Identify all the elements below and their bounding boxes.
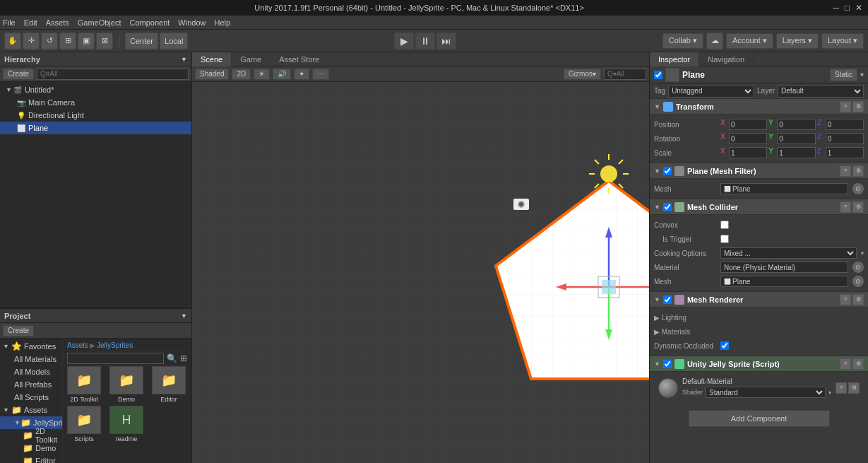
2dtoolkit-folder[interactable]: 📁 2D Toolkit	[0, 429, 62, 442]
rect-tool-button[interactable]: ▣	[78, 33, 95, 49]
breadcrumb-assets[interactable]: Assets	[67, 341, 88, 349]
convex-checkbox[interactable]	[720, 221, 729, 229]
mesh-filter-header[interactable]: ▼ Plane (Mesh Filter) ? ⚙	[650, 163, 868, 179]
rot-y-input[interactable]: 0	[777, 133, 815, 144]
scale-z-input[interactable]: 1	[826, 147, 864, 158]
audio-button[interactable]: 🔊	[273, 69, 291, 80]
mesh-renderer-gear-icon[interactable]: ⚙	[852, 294, 864, 305]
mesh-collider-header[interactable]: ▼ Mesh Collider ? ⚙	[650, 199, 868, 215]
file-2dtoolkit[interactable]: 📁 2D Toolkit	[64, 366, 104, 403]
lighting-row[interactable]: ▶ Lighting	[654, 310, 864, 324]
game-tab[interactable]: Game	[232, 52, 270, 66]
project-create-button[interactable]: Create	[3, 325, 34, 336]
assets-group[interactable]: ▼ 📁 Assets	[0, 404, 62, 416]
all-prefabs[interactable]: All Prefabs	[0, 378, 62, 391]
layers-button[interactable]: Layers ▾	[776, 33, 819, 49]
window-controls[interactable]: ─ □ ✕	[833, 3, 862, 13]
mat-gear-icon[interactable]: ⚙	[848, 382, 860, 394]
collider-material-ref[interactable]: None (Physic Material)	[720, 262, 848, 273]
navigation-tab[interactable]: Navigation	[699, 52, 754, 66]
hierarchy-collapse[interactable]: ▼	[181, 56, 187, 63]
file-editor[interactable]: 📁 Editor	[149, 366, 189, 403]
cooking-select[interactable]: Mixed ...	[720, 247, 857, 259]
object-active-checkbox[interactable]	[654, 71, 662, 79]
collab-icon-button[interactable]: ☁	[706, 33, 723, 49]
close-button[interactable]: ✕	[855, 3, 862, 13]
sort-icon[interactable]: ⊞	[180, 353, 187, 363]
menu-gameobject[interactable]: GameObject	[78, 18, 121, 27]
account-button[interactable]: Account ▾	[726, 33, 773, 49]
collider-material-picker[interactable]: ⊙	[852, 262, 864, 273]
shaded-button[interactable]: Shaded	[195, 69, 229, 80]
hier-light[interactable]: 💡 Directional Light	[0, 109, 191, 122]
all-models[interactable]: All Models	[0, 365, 62, 378]
pos-z-input[interactable]: 0	[826, 119, 864, 130]
mesh-renderer-header[interactable]: ▼ Mesh Renderer ? ⚙	[650, 292, 868, 307]
pos-x-input[interactable]: 0	[729, 119, 767, 130]
effects-button[interactable]: ✦	[294, 69, 309, 80]
collab-button[interactable]: Collab ▾	[662, 33, 703, 49]
file-readme[interactable]: H readme	[107, 406, 146, 443]
hier-camera[interactable]: 📷 Main Camera	[0, 96, 191, 109]
mesh-filter-mesh-ref[interactable]: ⬜ Plane	[720, 183, 848, 194]
collider-mesh-picker[interactable]: ⊙	[852, 276, 864, 287]
transform-gear-icon[interactable]: ⚙	[852, 101, 864, 112]
jelly-sprite-gear-icon[interactable]: ⚙	[852, 358, 864, 370]
jelly-sprite-header[interactable]: ▼ Unity Jelly Sprite (Script) ? ⚙	[650, 356, 868, 372]
mesh-filter-info-icon[interactable]: ?	[840, 165, 851, 177]
menu-component[interactable]: Component	[129, 18, 170, 27]
menu-window[interactable]: Window	[178, 18, 206, 27]
transform-component-header[interactable]: ▼ Transform ? ⚙	[650, 99, 868, 115]
transform-tool-button[interactable]: ⊠	[96, 33, 113, 49]
mat-info-icon[interactable]: ?	[836, 382, 847, 394]
scale-y-input[interactable]: 1	[777, 147, 815, 158]
shader-select[interactable]: Standard	[706, 387, 826, 398]
lighting-button[interactable]: ☀	[254, 69, 270, 80]
transform-info-icon[interactable]: ?	[840, 101, 851, 112]
mesh-collider-info-icon[interactable]: ?	[840, 201, 851, 213]
tag-select[interactable]: Untagged	[668, 85, 754, 98]
search-icon[interactable]: 🔍	[167, 353, 177, 363]
shader-arrow[interactable]: ▾	[828, 389, 831, 396]
favorites-group[interactable]: ▼ ⭐ Favorites	[0, 340, 62, 353]
scene-search-input[interactable]	[604, 69, 646, 80]
static-dropdown[interactable]: ▾	[860, 71, 864, 78]
menu-assets[interactable]: Assets	[46, 18, 69, 27]
rotate-tool-button[interactable]: ↺	[41, 33, 58, 49]
center-button[interactable]: Center	[125, 33, 158, 49]
move-tool-button[interactable]: ✛	[23, 33, 40, 49]
mesh-filter-gear-icon[interactable]: ⚙	[852, 165, 864, 177]
static-button[interactable]: Static	[830, 69, 857, 81]
jelly-sprite-checkbox[interactable]	[663, 360, 672, 368]
editor-folder[interactable]: 📁 Editor	[0, 455, 62, 463]
hier-plane[interactable]: ⬜ Plane	[0, 122, 191, 134]
jelly-sprite-info-icon[interactable]: ?	[840, 358, 851, 370]
mesh-filter-checkbox[interactable]	[663, 167, 672, 175]
rot-x-input[interactable]: 0	[729, 133, 767, 144]
hierarchy-search-input[interactable]	[37, 69, 189, 80]
hier-scene[interactable]: ▼ 🎬 Untitled*	[0, 83, 191, 96]
hand-tool-button[interactable]: ✋	[4, 33, 21, 49]
menu-file[interactable]: File	[3, 18, 16, 27]
all-scripts[interactable]: All Scripts	[0, 391, 62, 404]
layer-select[interactable]: Default	[778, 85, 864, 98]
2d-button[interactable]: 2D	[232, 69, 251, 80]
gizmos-button[interactable]: Gizmos▾	[564, 69, 601, 80]
asset-store-tab[interactable]: Asset Store	[270, 52, 328, 66]
menu-help[interactable]: Help	[214, 18, 230, 27]
scene-options-button[interactable]: ⋯	[312, 69, 329, 80]
rot-z-input[interactable]: 0	[826, 133, 864, 144]
scale-tool-button[interactable]: ⊞	[59, 33, 76, 49]
step-button[interactable]: ⏭	[436, 33, 456, 49]
file-scripts[interactable]: 📁 Scripts	[64, 406, 104, 443]
project-search-input[interactable]	[67, 353, 164, 364]
minimize-button[interactable]: ─	[833, 3, 839, 13]
scale-x-input[interactable]: 1	[729, 147, 767, 158]
demo-folder[interactable]: 📁 Demo	[0, 442, 62, 455]
maximize-button[interactable]: □	[845, 3, 850, 13]
mesh-renderer-checkbox[interactable]	[663, 295, 672, 304]
pos-y-input[interactable]: 0	[777, 119, 815, 130]
play-button[interactable]: ▶	[394, 33, 414, 49]
mesh-filter-picker-icon[interactable]: ⊙	[852, 183, 864, 194]
project-collapse[interactable]: ▼	[181, 312, 187, 320]
